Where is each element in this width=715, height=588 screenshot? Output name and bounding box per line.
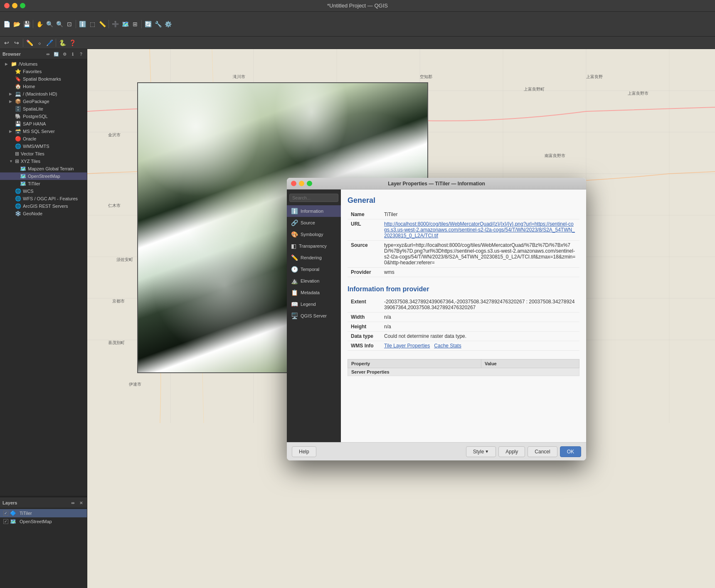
minimize-button[interactable] xyxy=(12,3,17,8)
browser-item-bookmarks[interactable]: 🔖 Spatial Bookmarks xyxy=(0,75,87,83)
vectortiles-label: Vector Tiles xyxy=(21,151,44,156)
add-vector-button[interactable]: ➕ xyxy=(111,20,120,29)
browser-item-favorites[interactable]: ⭐ Favorites xyxy=(0,68,87,75)
browser-expand-icon[interactable]: ⇔ xyxy=(44,51,51,57)
dialog-max-button[interactable] xyxy=(307,181,312,186)
nav-item-legend[interactable]: 📖 Legend xyxy=(287,298,341,310)
osm-checkbox[interactable]: ✓ xyxy=(3,519,8,524)
browser-item-titiler[interactable]: 🗺️ TiTiler xyxy=(0,180,87,187)
dialog-search-input[interactable] xyxy=(289,194,338,202)
browser-item-home[interactable]: 🏠 Home xyxy=(0,83,87,90)
edit-button[interactable]: ✏️ xyxy=(25,38,34,47)
undo-button[interactable]: ↩ xyxy=(2,38,11,47)
browser-item-oracle[interactable]: 🔴 Oracle xyxy=(0,135,87,143)
map-label-city6: 上富良野市 xyxy=(628,91,648,96)
browser-item-arcgis[interactable]: 🌐 ArcGIS REST Servers xyxy=(0,202,87,210)
home-label: Home xyxy=(23,84,35,89)
browser-item-mssql[interactable]: ▶ 🗃️ MS SQL Server xyxy=(0,128,87,135)
server-properties-table: Property Value Server Properties xyxy=(348,359,579,376)
nav-item-qgis-server[interactable]: 🖥️ QGIS Server xyxy=(287,310,341,322)
url-link[interactable]: http://localhost:8000/cog/tiles/WebMerca… xyxy=(384,221,575,239)
zoom-out-button[interactable]: 🔍 xyxy=(55,20,64,29)
browser-item-wcs[interactable]: 🌐 WCS xyxy=(0,187,87,195)
browser-filter-icon[interactable]: ⚙ xyxy=(61,51,68,57)
browser-item-spatialite[interactable]: 🗄️ SpatiaLite xyxy=(0,105,87,113)
provider-row-height: Height n/a xyxy=(348,322,579,332)
select-button[interactable]: ⬚ xyxy=(88,20,97,29)
qgis-server-icon: 🖥️ xyxy=(291,312,298,319)
browser-refresh-icon[interactable]: 🔄 xyxy=(53,51,59,57)
add-tile-button[interactable]: ⊞ xyxy=(131,20,140,29)
zoom-in-button[interactable]: 🔍 xyxy=(45,20,54,29)
apply-button[interactable]: Apply xyxy=(498,446,525,457)
python-button[interactable]: 🐍 xyxy=(58,38,67,47)
browser-info-icon[interactable]: ℹ xyxy=(69,51,76,57)
nav-item-elevation[interactable]: ⛰️ Elevation xyxy=(287,275,341,287)
map-label-city11: 須佐安町 xyxy=(116,257,133,263)
help-button[interactable]: ❓ xyxy=(68,38,77,47)
zoom-full-button[interactable]: ⊡ xyxy=(65,20,74,29)
nav-label-symbology: Symbology xyxy=(301,232,323,237)
identify-button[interactable]: ℹ️ xyxy=(78,20,87,29)
browser-item-mapzen[interactable]: 🗺️ Mapzen Global Terrain xyxy=(0,165,87,172)
dialog-close-button[interactable] xyxy=(291,181,296,186)
cancel-button[interactable]: Cancel xyxy=(528,446,557,457)
node-tool-button[interactable]: ⬦ xyxy=(35,38,44,47)
digitize-button[interactable]: 🖊️ xyxy=(45,38,54,47)
general-info-table: Name TiTiler URL http://localhost:8000/c… xyxy=(348,210,579,277)
settings-button[interactable]: ⚙️ xyxy=(163,20,173,29)
map-area[interactable]: 滝川市 奈井江町 空知郡 上富良野町 上富良野 上富良野市 金沢市 小樽 南富良… xyxy=(87,49,715,588)
browser-item-geopackage[interactable]: ▶ 📦 GeoPackage xyxy=(0,98,87,105)
layer-item-osm[interactable]: ✓ 🗺️ OpenStreetMap xyxy=(0,517,87,526)
nav-item-metadata[interactable]: 📋 Metadata xyxy=(287,287,341,298)
redo-button[interactable]: ↪ xyxy=(12,38,21,47)
browser-item-osm[interactable]: 🗺️ OpenStreetMap xyxy=(0,172,87,180)
nav-item-source[interactable]: 🔗 Source xyxy=(287,217,341,229)
browser-item-volumes[interactable]: ▶ 📁 /Volumes xyxy=(0,60,87,68)
browser-item-wmswmts[interactable]: 🌐 WMS/WMTS xyxy=(0,143,87,150)
browser-item-vectortiles[interactable]: ⊞ Vector Tiles xyxy=(0,150,87,157)
layer-item-titiler[interactable]: ✓ 🔷 TiTiler xyxy=(0,509,87,517)
pan-tool-button[interactable]: ✋ xyxy=(35,20,44,29)
refresh-button[interactable]: 🔄 xyxy=(143,20,153,29)
browser-item-saphana[interactable]: 💾 SAP HANA xyxy=(0,120,87,128)
maximize-button[interactable] xyxy=(20,3,25,8)
nav-item-temporal[interactable]: 🕐 Temporal xyxy=(287,263,341,275)
titiler-layer-label: TiTiler xyxy=(20,511,32,516)
help-button[interactable]: Help xyxy=(292,446,316,457)
nav-item-symbology[interactable]: 🎨 Symbology xyxy=(287,229,341,240)
postgresql-label: PostgreSQL xyxy=(23,114,48,119)
nav-item-rendering[interactable]: ✏️ Rendering xyxy=(287,252,341,263)
wfs-icon: 🌐 xyxy=(15,196,21,202)
layers-expand-icon[interactable]: ⇔ xyxy=(69,499,76,506)
titiler-checkbox[interactable]: ✓ xyxy=(3,511,8,516)
dialog-min-button[interactable] xyxy=(299,181,304,186)
browser-item-postgresql[interactable]: 🐘 PostgreSQL xyxy=(0,113,87,120)
add-raster-button[interactable]: 🗺️ xyxy=(121,20,130,29)
nav-item-transparency[interactable]: ◧ Transparency xyxy=(287,240,341,252)
save-project-button[interactable]: 💾 xyxy=(22,20,31,29)
browser-item-macintosh[interactable]: ▶ 💻 / (Macintosh HD) xyxy=(0,90,87,98)
browser-item-geonode[interactable]: ❄️ GeoNode xyxy=(0,210,87,217)
browser-item-xyztiles[interactable]: ▼ ⊞ XYZ Tiles xyxy=(0,157,87,165)
layer-properties-dialog[interactable]: Layer Properties — TiTiler — Information… xyxy=(287,178,586,460)
measure-button[interactable]: 📏 xyxy=(98,20,107,29)
layers-close-icon[interactable]: ✕ xyxy=(78,499,84,506)
ok-button[interactable]: OK xyxy=(560,446,581,457)
oracle-label: Oracle xyxy=(23,136,36,141)
cache-stats-link[interactable]: Cache Stats xyxy=(434,343,461,349)
geopackage-icon: 📦 xyxy=(15,98,21,104)
toolbar-sep-3 xyxy=(108,20,109,28)
plugins-button[interactable]: 🔧 xyxy=(153,20,163,29)
style-button[interactable]: Style ▼ xyxy=(466,446,496,457)
close-button[interactable] xyxy=(4,3,10,8)
browser-item-wfs[interactable]: 🌐 WFS / OGC API - Features xyxy=(0,195,87,202)
tile-layer-props-link[interactable]: Tile Layer Properties xyxy=(384,343,430,349)
open-project-button[interactable]: 📂 xyxy=(12,20,21,29)
map-label-city1: 滝川市 xyxy=(233,74,245,80)
nav-item-information[interactable]: ℹ️ Information xyxy=(287,205,341,217)
volumes-icon: 📁 xyxy=(11,61,17,67)
browser-help-icon[interactable]: ? xyxy=(78,51,84,57)
spatialite-label: SpatiaLite xyxy=(23,106,43,111)
new-project-button[interactable]: 📄 xyxy=(2,20,11,29)
